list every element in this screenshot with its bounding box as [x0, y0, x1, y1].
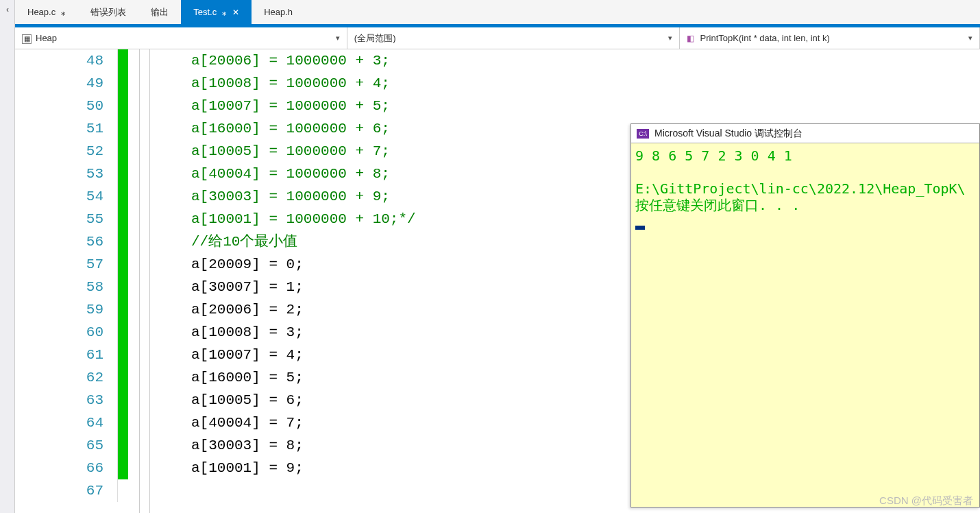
code-line[interactable]: a[20006] = 1000000 + 3; — [150, 49, 980, 72]
tab--[interactable]: 错误列表 — [78, 0, 138, 24]
method-icon: ◧ — [687, 34, 696, 43]
pin-icon[interactable]: ⁎ — [222, 7, 227, 17]
scope-name: Heap — [36, 33, 57, 43]
line-number: 60 — [15, 321, 117, 344]
vertical-tool-margin: ‹ — [0, 0, 15, 513]
line-number: 52 — [15, 140, 117, 163]
console-output: 9 8 6 5 7 2 3 0 4 1 E:\GittProject\lin-c… — [631, 143, 979, 234]
console-cursor — [635, 226, 645, 230]
range-label: (全局范围) — [354, 32, 396, 45]
line-number: 61 — [15, 344, 117, 366]
tab-label: 输出 — [151, 6, 169, 19]
range-dropdown[interactable]: (全局范围) ▾ — [347, 27, 680, 49]
line-number: 58 — [15, 276, 117, 298]
tab-heap-c[interactable]: Heap.c⁎ — [15, 0, 78, 24]
line-number: 54 — [15, 185, 117, 208]
line-number: 59 — [15, 298, 117, 321]
line-number-gutter: 4849505152535455565758596061626364656667 — [15, 49, 118, 502]
tab-label: Heap.c — [27, 7, 56, 17]
debug-console-window[interactable]: C:\ Microsoft Visual Studio 调试控制台 9 8 6 … — [630, 123, 980, 508]
close-icon[interactable]: ✕ — [232, 8, 239, 17]
chevron-down-icon: ▾ — [668, 34, 672, 43]
code-line[interactable]: a[10007] = 1000000 + 5; — [150, 95, 980, 117]
line-number: 62 — [15, 366, 117, 389]
line-number: 48 — [15, 49, 117, 72]
tab-label: Test.c — [193, 7, 217, 17]
change-marker-bar — [118, 49, 128, 479]
scope-dropdown[interactable]: ▦Heap ▾ — [15, 27, 347, 49]
line-number: 50 — [15, 95, 117, 117]
tab-test-c[interactable]: Test.c⁎✕ — [181, 0, 252, 24]
chevron-down-icon: ▾ — [336, 34, 340, 43]
console-icon: C:\ — [637, 129, 649, 139]
watermark-text: CSDN @代码受害者 — [879, 494, 973, 508]
line-number: 67 — [15, 479, 117, 502]
outline-fold-bar[interactable] — [128, 49, 150, 513]
line-number: 53 — [15, 163, 117, 185]
line-number: 65 — [15, 434, 117, 457]
tab-label: Heap.h — [264, 7, 293, 17]
tab--[interactable]: 输出 — [138, 0, 181, 24]
line-number: 49 — [15, 72, 117, 95]
console-titlebar[interactable]: C:\ Microsoft Visual Studio 调试控制台 — [631, 124, 979, 143]
document-tabbar: Heap.c⁎错误列表输出Test.c⁎✕Heap.h — [15, 0, 980, 27]
line-number: 55 — [15, 208, 117, 230]
line-number: 64 — [15, 411, 117, 434]
pin-icon[interactable]: ⁎ — [61, 7, 66, 17]
vertical-toggle-icon[interactable]: ‹ — [0, 0, 15, 19]
console-title: Microsoft Visual Studio 调试控制台 — [654, 128, 803, 140]
code-line[interactable]: a[10008] = 1000000 + 4; — [150, 72, 980, 95]
class-icon: ▦ — [22, 34, 32, 44]
function-dropdown[interactable]: ◧PrintTopK(int * data, int len, int k) ▾ — [680, 27, 980, 49]
tab-heap-h[interactable]: Heap.h — [252, 0, 305, 24]
line-number: 51 — [15, 117, 117, 140]
chevron-down-icon: ▾ — [968, 34, 972, 43]
line-number: 56 — [15, 230, 117, 253]
line-number: 63 — [15, 389, 117, 411]
navigation-breadcrumb: ▦Heap ▾ (全局范围) ▾ ◧PrintTopK(int * data, … — [15, 27, 980, 49]
function-signature: PrintTopK(int * data, int len, int k) — [700, 33, 830, 43]
line-number: 66 — [15, 457, 117, 479]
tab-label: 错误列表 — [90, 6, 126, 19]
line-number: 57 — [15, 253, 117, 276]
